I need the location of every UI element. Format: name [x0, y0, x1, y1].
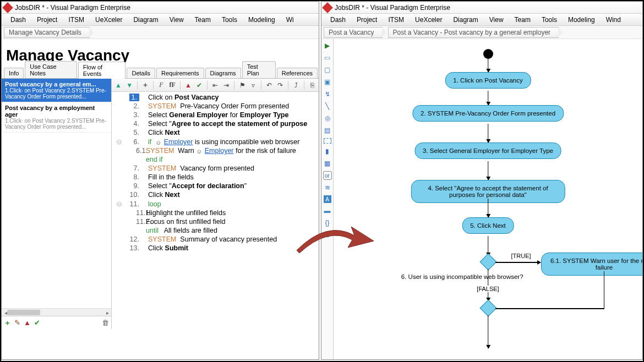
menu-tools[interactable]: Tools [536, 16, 563, 24]
crumb-manage-vacancy-details[interactable]: Manage Vacancy Details [4, 27, 90, 38]
step-row[interactable]: 6.1.SYSTEM Warn Employer for the risk of… [112, 146, 319, 155]
menu-team[interactable]: Team [189, 16, 216, 24]
up-red-icon[interactable]: ▲ [24, 319, 31, 327]
edge-true[interactable] [495, 262, 541, 263]
text-icon[interactable]: A [324, 195, 331, 203]
menu-dash[interactable]: Dash [5, 16, 31, 24]
add-icon[interactable]: ＋ [4, 318, 11, 328]
check-icon[interactable]: ✔ [34, 319, 40, 327]
node-5[interactable]: 5. Click Next [462, 217, 514, 234]
target-icon[interactable]: ◎ [323, 114, 332, 123]
table-icon[interactable]: ▦ [323, 159, 332, 168]
bold-icon[interactable]: fF [168, 80, 177, 90]
step-row[interactable]: 8.Fill in the fields [112, 173, 319, 182]
node-icon[interactable]: ▢ [323, 65, 332, 74]
menu-modeling[interactable]: Modeling [243, 16, 281, 24]
line-icon[interactable]: ╲ [323, 102, 332, 111]
edge[interactable] [488, 199, 489, 217]
step-row[interactable]: 11.2.Focus on first unfilled field [112, 217, 319, 226]
node-3[interactable]: 3. Select General Employer for Employer … [414, 142, 561, 159]
step-row[interactable]: 9.Select "Accept for declaration" [112, 182, 319, 190]
initial-node[interactable] [483, 49, 493, 59]
tab-test-plan[interactable]: Test Plan [242, 61, 276, 78]
crumb-post-vacancy-general[interactable]: Post a Vacancy - Post vacancy by a gener… [388, 27, 559, 38]
step-row[interactable]: ⊖6.if Employer is using incompatible web… [112, 137, 319, 146]
menu-itsm[interactable]: ITSM [383, 16, 410, 24]
rect-dash-icon[interactable] [324, 138, 331, 144]
tab-details[interactable]: Details [127, 68, 155, 78]
menu-uexceler[interactable]: UeXceler [90, 16, 128, 24]
menu-wind[interactable]: Wind [601, 16, 626, 24]
round-rect-icon[interactable]: ▭ [323, 53, 332, 62]
menu-project[interactable]: Project [31, 16, 63, 24]
step-row[interactable]: 4.Select "Agree to accept the statement … [112, 119, 319, 128]
menu-itsm[interactable]: ITSM [63, 16, 90, 24]
menu-wind[interactable]: Wi [281, 16, 299, 24]
edge-down[interactable] [488, 315, 489, 348]
menu-diagram[interactable]: Diagram [128, 16, 163, 24]
crumb-post-a-vacancy[interactable]: Post a Vacancy [324, 27, 383, 38]
add-step-icon[interactable]: ＋ [141, 80, 150, 90]
step-row[interactable]: 13.Click Submit [112, 244, 319, 253]
event-item[interactable]: Post vacancy by a general em...1.Click· … [2, 79, 111, 102]
node-6-1[interactable]: 6.1. SYSTEM Warn user for the risk of fa… [541, 253, 643, 276]
step-row[interactable]: 3.Select General Employer for Employer T… [112, 111, 319, 119]
tab-references[interactable]: References [277, 68, 318, 78]
menu-tools[interactable]: Tools [216, 16, 243, 24]
scroll-thumb[interactable] [7, 310, 40, 315]
menu-modeling[interactable]: Modeling [563, 16, 601, 24]
step-row[interactable]: ⊖11.loop [112, 199, 319, 209]
braces-icon[interactable]: {} [323, 218, 332, 227]
scroll-right-icon[interactable]: ▸ [103, 309, 111, 316]
or-icon[interactable]: or [323, 171, 332, 180]
menu-view[interactable]: View [164, 16, 189, 24]
step-row[interactable]: 2.SYSTEM Pre-Vacancy Order Form presente… [112, 102, 319, 111]
green-check-icon[interactable]: ✔ [195, 80, 204, 90]
step-row[interactable]: 7.SYSTEM Vacancy form presented [112, 164, 319, 173]
tab-requirements[interactable]: Requirements [156, 68, 204, 78]
outdent-icon[interactable]: ⇤ [211, 80, 220, 90]
edge[interactable] [488, 124, 489, 142]
cursor-tool-icon[interactable]: ▶ [323, 41, 332, 50]
gutter-icon[interactable]: ⊖ [114, 138, 124, 146]
step-row[interactable]: end if [112, 155, 319, 164]
tool-icon[interactable]: ✎ [14, 319, 20, 327]
plus-circle-icon[interactable]: ⊕ [323, 231, 332, 239]
tab-diagrams[interactable]: Diagrams [205, 68, 241, 78]
menu-view[interactable]: View [484, 16, 509, 24]
menu-project[interactable]: Project [351, 16, 383, 24]
menu-uexceler[interactable]: UeXceler [410, 16, 447, 24]
node-2[interactable]: 2. SYSTEM Pre-Vacancy Order Form present… [412, 105, 564, 122]
indent-icon[interactable]: ⇥ [222, 80, 231, 90]
italic-icon[interactable]: F [157, 80, 166, 90]
decision-node-6[interactable] [479, 253, 496, 270]
script-icon[interactable]: ⎘ [308, 80, 316, 90]
edge[interactable] [488, 161, 489, 180]
step-row[interactable]: until All fields are filled [112, 226, 319, 235]
redo-icon[interactable]: ↷ [276, 80, 285, 90]
edge[interactable] [488, 59, 489, 72]
step-row[interactable]: 1.Click on Post Vacancy [112, 93, 319, 102]
node-1[interactable]: 1. Click on Post Vacancy [445, 72, 531, 89]
edge[interactable] [488, 91, 489, 105]
menu-diagram[interactable]: Diagram [447, 16, 483, 24]
edge-return-h[interactable] [495, 308, 604, 309]
step-row[interactable]: 12.SYSTEM Summary of vacancy presented [112, 235, 319, 244]
tab-flow-of-events[interactable]: Flow of Events [78, 62, 126, 79]
event-item[interactable]: Post vacancy by a employment ager1.Click… [2, 102, 111, 133]
edge-return-v[interactable] [604, 271, 605, 309]
tab-info[interactable]: Info [4, 68, 24, 78]
activity-canvas[interactable]: 1. Click on Post Vacancy 2. SYSTEM Pre-V… [334, 39, 642, 359]
package-icon[interactable]: ▣ [323, 78, 332, 86]
bar-icon[interactable]: ▮ [323, 147, 332, 156]
menu-dash[interactable]: Dash [325, 16, 351, 24]
steps-editor[interactable]: 1.Click on Post Vacancy2.SYSTEM Pre-Vaca… [112, 92, 319, 329]
flag-icon[interactable]: ⚑ [238, 80, 247, 90]
move-up-icon[interactable]: ▲ [114, 80, 123, 90]
step-row[interactable]: 11.1.Highlight the unfilled fields [112, 209, 319, 217]
ruler-icon[interactable]: ▤ [323, 126, 332, 135]
merge-node[interactable] [479, 299, 496, 316]
filter-icon[interactable]: ▿ [249, 80, 258, 90]
move-down-icon[interactable]: ▼ [125, 80, 134, 90]
trash-icon[interactable]: 🗑 [102, 319, 109, 327]
